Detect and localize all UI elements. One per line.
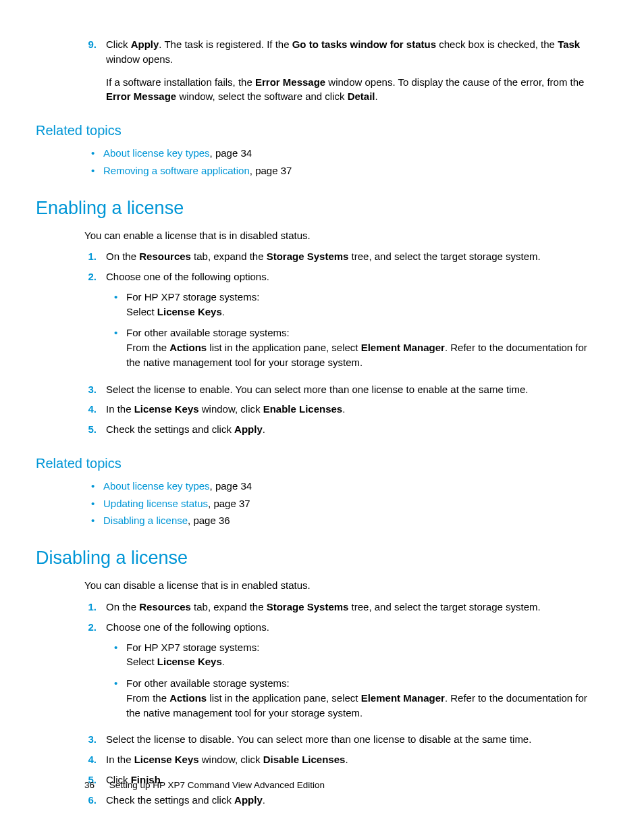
footer-title: Setting up HP XP7 Command View Advanced …	[109, 780, 325, 790]
bold-text: Error Message	[106, 90, 176, 102]
list-item: About license key types, page 34	[90, 146, 593, 161]
bold-text: Enable Licenses	[263, 403, 343, 415]
text: tree, and select the target storage syst…	[348, 251, 540, 262]
text: Click	[106, 38, 131, 50]
step-content: In the License Keys window, click Disabl…	[106, 752, 593, 767]
step-number: 9.	[36, 37, 106, 104]
text: , page 34	[210, 480, 252, 492]
bold-text: License Keys	[157, 306, 222, 317]
bold-text: Disable Licenses	[263, 754, 346, 765]
step-number: 1.	[36, 600, 106, 615]
disable-steps: 1. On the Resources tab, expand the Stor…	[36, 600, 593, 807]
text: , page 37	[208, 498, 250, 509]
bold-text: Actions	[169, 342, 207, 353]
text: window, select the software and click	[176, 90, 347, 102]
text: window opens. To display the cause of th…	[325, 76, 584, 88]
bold-text: Actions	[169, 692, 207, 704]
bold-text: Apply	[234, 794, 263, 806]
text: list in the application pane, select	[207, 342, 360, 353]
bold-text: License Keys	[134, 403, 199, 415]
bold-text: Element Manager	[361, 342, 445, 353]
link-disabling-a-license[interactable]: Disabling a license	[103, 515, 188, 526]
related-topics-heading: Related topics	[36, 121, 593, 140]
nested-list: For HP XP7 storage systems: Select Licen…	[106, 640, 593, 721]
step-number: 3.	[36, 382, 106, 397]
text: For HP XP7 storage systems:	[126, 290, 593, 305]
text: From the	[126, 692, 169, 704]
list-item: 2. Choose one of the following options. …	[36, 620, 593, 727]
text: Select License Keys.	[126, 305, 593, 319]
related-topics-list: About license key types, page 34 Removin…	[36, 146, 593, 178]
step-content: In the License Keys window, click Enable…	[106, 402, 593, 417]
text: Check the settings and click	[106, 423, 234, 435]
bold-text: Detail	[348, 90, 375, 102]
step-9-list: 9. Click Apply. The task is registered. …	[36, 37, 593, 104]
list-item: For HP XP7 storage systems: Select Licen…	[113, 640, 593, 670]
list-item: 5. Check the settings and click Apply.	[36, 422, 593, 437]
bold-text: License Keys	[134, 754, 199, 765]
list-item: About license key types, page 34	[90, 479, 593, 494]
text: window opens.	[106, 53, 173, 65]
text: Select License Keys.	[126, 654, 593, 669]
list-item: 3. Select the license to disable. You ca…	[36, 732, 593, 747]
document-page: 9. Click Apply. The task is registered. …	[0, 0, 644, 834]
text: In the	[106, 754, 134, 765]
list-item: 6. Check the settings and click Apply.	[36, 793, 593, 808]
text: . The task is registered. If the	[159, 38, 292, 50]
link-about-license-key-types[interactable]: About license key types	[103, 147, 210, 159]
text: , page 34	[210, 147, 252, 159]
bold-text: Storage Systems	[267, 251, 349, 262]
text: tab, expand the	[191, 601, 267, 613]
text: .	[342, 403, 345, 415]
text: Select	[126, 656, 157, 667]
step-content: Choose one of the following options. For…	[106, 269, 593, 377]
text: For other available storage systems:	[126, 325, 593, 340]
step-content: Check the settings and click Apply.	[106, 422, 593, 437]
page-number: 36	[84, 780, 95, 790]
step-content: Check the settings and click Apply.	[106, 793, 593, 808]
text: If a software installation fails, the	[106, 76, 255, 88]
step-number: 3.	[36, 732, 106, 747]
bold-text: Apply	[131, 38, 159, 50]
list-item: 2. Choose one of the following options. …	[36, 269, 593, 377]
step-content: Click Apply. The task is registered. If …	[106, 37, 593, 104]
link-removing-software-application[interactable]: Removing a software application	[103, 165, 250, 176]
list-item: 4. In the License Keys window, click Ena…	[36, 402, 593, 417]
text: For other available storage systems:	[126, 676, 593, 691]
text: Choose one of the following options.	[106, 271, 269, 282]
intro-text: You can enable a license that is in disa…	[84, 228, 593, 243]
text: .	[375, 90, 378, 102]
step-number: 2.	[36, 620, 106, 727]
text: , page 37	[250, 165, 292, 176]
heading-disabling-a-license: Disabling a license	[36, 545, 593, 571]
enable-steps: 1. On the Resources tab, expand the Stor…	[36, 249, 593, 437]
list-item: For HP XP7 storage systems: Select Licen…	[113, 290, 593, 319]
text: window, click	[199, 754, 263, 765]
text: From the	[126, 342, 169, 353]
link-updating-license-status[interactable]: Updating license status	[103, 498, 208, 509]
list-item: 1. On the Resources tab, expand the Stor…	[36, 249, 593, 264]
text: tab, expand the	[191, 251, 267, 262]
text: Check the settings and click	[106, 794, 234, 806]
list-item: Disabling a license, page 36	[90, 513, 593, 528]
step-number: 4.	[36, 752, 106, 767]
step-content: Select the license to enable. You can se…	[106, 382, 593, 397]
link-about-license-key-types[interactable]: About license key types	[103, 480, 210, 492]
list-item: For other available storage systems: Fro…	[113, 325, 593, 369]
related-topics-heading: Related topics	[36, 454, 593, 473]
text: , page 36	[188, 515, 230, 526]
list-item: For other available storage systems: Fro…	[113, 676, 593, 720]
text: tree, and select the target storage syst…	[348, 601, 540, 613]
bold-text: Error Message	[255, 76, 325, 88]
bold-text: Apply	[234, 423, 263, 435]
text: For HP XP7 storage systems:	[126, 640, 593, 655]
heading-enabling-a-license: Enabling a license	[36, 195, 593, 221]
intro-text: You can disable a license that is in ena…	[84, 578, 593, 593]
step-number: 2.	[36, 269, 106, 377]
bold-text: Element Manager	[361, 692, 445, 704]
nested-list: For HP XP7 storage systems: Select Licen…	[106, 290, 593, 370]
text: Select	[126, 306, 157, 317]
text: .	[222, 656, 225, 667]
text: .	[222, 306, 225, 317]
text: .	[263, 423, 265, 435]
